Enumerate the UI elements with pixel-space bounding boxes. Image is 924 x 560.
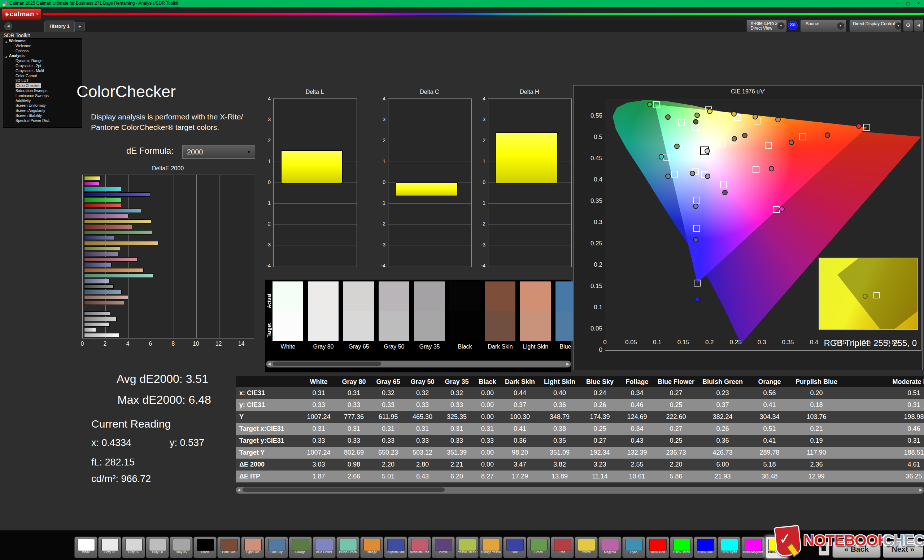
sidebar-item-welcome[interactable]: Welcome [3, 43, 82, 49]
de-formula-dropdown[interactable]: 2000 ▼ [182, 145, 255, 159]
display-control-dropdown[interactable]: Direct Display Control ▼ [849, 19, 901, 33]
patch-button-100-red[interactable]: 100% Red [646, 536, 669, 558]
current-x-readout: x: 0.4334 [92, 437, 131, 449]
swatch-scrollbar[interactable]: ◀ ▶ [266, 361, 571, 368]
patch-button-purplish-blue[interactable]: Purplish Blue [384, 536, 407, 558]
patch-button-100-magenta[interactable]: 100% Magenta [741, 536, 765, 558]
maximize-icon[interactable]: ▢ [902, 0, 913, 7]
patch-button-bluish-green[interactable]: Bluish Green [336, 536, 360, 558]
table-cell: 0.51 [748, 423, 791, 435]
column-header-purplish-blue: Purplish Blue [791, 376, 842, 387]
patch-label: Gray 35 [411, 343, 448, 350]
patch-color [78, 539, 95, 551]
sidebar-item-additivity[interactable]: Additivity [3, 99, 82, 103]
patch-button-100-green[interactable]: 100% Green [670, 536, 693, 558]
minimize-icon[interactable]: – [891, 0, 902, 7]
patch-button-green[interactable]: Green [527, 536, 550, 558]
scroll-left-icon[interactable]: ◀ [268, 361, 271, 367]
sidebar-item-3d-lut[interactable]: 3D LUT [3, 78, 82, 83]
table-cell: 0.19 [791, 435, 842, 447]
inset-target-point [873, 292, 880, 298]
table-scrollbar-thumb[interactable] [243, 488, 445, 492]
table-cell: 0.34 [620, 423, 655, 435]
table-cell: 0.36 [501, 435, 539, 447]
target-point [694, 280, 700, 286]
delta-c-chart: 43210-1-2-3-4 [388, 99, 472, 267]
patch-button-moderate-red[interactable]: Moderate Red [408, 536, 431, 558]
table-cell: 0.33 [371, 399, 405, 411]
target-swatch [379, 311, 409, 341]
patch-button-gray-50[interactable]: Gray 50 [146, 536, 169, 558]
patch-button-gray-35[interactable]: Gray 35 [170, 536, 193, 558]
patch-button-yellow[interactable]: Yellow [574, 536, 598, 558]
scroll-right-icon[interactable]: ▶ [566, 361, 569, 367]
patch-button-gray-65[interactable]: Gray 65 [122, 536, 145, 558]
table-cell: 0.33 [474, 435, 501, 447]
bar-100-yellow [84, 176, 101, 180]
patch-button-yellow-green[interactable]: Yellow Green [456, 536, 478, 558]
y-tick-label: 2 [260, 138, 271, 143]
patch-button-black[interactable]: Black [194, 536, 217, 558]
sidebar-item-screen-angularity[interactable]: Screen Angularity [3, 108, 82, 113]
patch-button-blue[interactable]: Blue [503, 536, 526, 558]
patch-button-cyan[interactable]: Cyan [622, 536, 645, 558]
target-point [671, 171, 678, 178]
patch-button-dark-skin[interactable]: Dark Skin [217, 536, 240, 558]
actual-swatch [308, 281, 339, 311]
patch-button-red[interactable]: Red [551, 536, 574, 558]
sidebar-item-analysis[interactable]: ◢Analysis [3, 53, 82, 58]
close-icon[interactable]: ✕ [913, 0, 924, 7]
patch-button-foliage[interactable]: Foliage [289, 536, 312, 558]
sidebar-item-screen-uniformity[interactable]: Screen Uniformity [3, 103, 82, 108]
patch-button-orange[interactable]: Orange [360, 536, 383, 558]
measured-point [779, 207, 784, 212]
table-cell: 0.00 [474, 459, 501, 470]
add-tab-button[interactable]: + [75, 22, 85, 31]
y-tick-label: 4 [475, 96, 486, 101]
scroll-right-icon[interactable]: ▶ [919, 487, 922, 493]
sidebar-item-label: 3D LUT [15, 78, 28, 82]
table-row-e-itp: ΔE ITP1.872.665.016.436.208.2717.2913.89… [236, 470, 924, 482]
sidebar-item-saturation-sweeps[interactable]: Saturation Sweeps [3, 88, 82, 93]
table-scrollbar[interactable]: ◀ ▶ [236, 487, 924, 494]
y-tick-label: 0 [260, 179, 271, 185]
patch-button-white[interactable]: White [74, 536, 98, 558]
sidebar-item-luminance-sweeps[interactable]: Luminance Sweeps [3, 93, 82, 99]
actual-swatch [485, 281, 515, 311]
tab-history-1[interactable]: History 1 [44, 21, 75, 32]
scroll-left-icon[interactable]: ◀ [237, 487, 240, 493]
sidebar-item-options[interactable]: Options [3, 49, 82, 54]
panel-collapse-button[interactable]: ◀ [914, 19, 923, 32]
patch-button-gray-80[interactable]: Gray 80 [98, 536, 121, 558]
sidebar-item-screen-stability[interactable]: Screen Stability [3, 113, 82, 118]
patch-button-blue-sky[interactable]: Blue Sky [265, 536, 288, 558]
actual-swatch [379, 281, 409, 311]
sidebar-collapse-button[interactable]: ◀ [4, 22, 12, 30]
target-point [653, 101, 660, 108]
patch-button-orange-yellow[interactable]: Orange Yellow [479, 536, 502, 558]
patch-button-100-cyan[interactable]: 100% Cyan [717, 536, 741, 558]
sidebar-item-grayscale-2pt[interactable]: Grayscale - 2pt [3, 63, 82, 69]
patch-button-blue-flower[interactable]: Blue Flower [313, 536, 336, 558]
meter-dropdown[interactable]: X-Rite i1Pro 2Direct View ▼ [746, 19, 787, 33]
sidebar-item-colorchecker[interactable]: ColorChecker [3, 83, 82, 88]
sidebar-item-label: Screen Stability [15, 113, 42, 118]
source-dropdown[interactable]: Source ▼ [800, 19, 846, 33]
sidebar-item-spectral-power-dist[interactable]: Spectral Power Dist. [3, 118, 82, 123]
swatch-scrollbar-thumb[interactable] [273, 362, 381, 366]
measured-point [694, 296, 700, 302]
sidebar-item-dynamic-range[interactable]: Dynamic Range [3, 58, 82, 63]
calman-menu-button[interactable]: ◈ calman ▼ [2, 8, 41, 20]
patch-button-magenta[interactable]: Magenta [598, 536, 621, 558]
settings-button[interactable]: ⚙ [903, 19, 913, 32]
sidebar-item-welcome[interactable]: ◢Welcome [3, 39, 82, 43]
patch-button-100-blue[interactable]: 100% Blue [694, 536, 717, 558]
page-description: Display analysis is performed with the X… [91, 112, 273, 133]
de-formula-value: 2000 [187, 148, 203, 156]
bar-bluish-green [84, 274, 153, 278]
sidebar-item-color-gamut[interactable]: Color Gamut [3, 73, 82, 79]
patch-button-light-skin[interactable]: Light Skin [241, 536, 264, 558]
table-cell: 0.36 [539, 399, 580, 411]
patch-button-purple[interactable]: Purple [432, 536, 455, 558]
sidebar-item-grayscale-multi[interactable]: Grayscale - Multi [3, 69, 82, 73]
